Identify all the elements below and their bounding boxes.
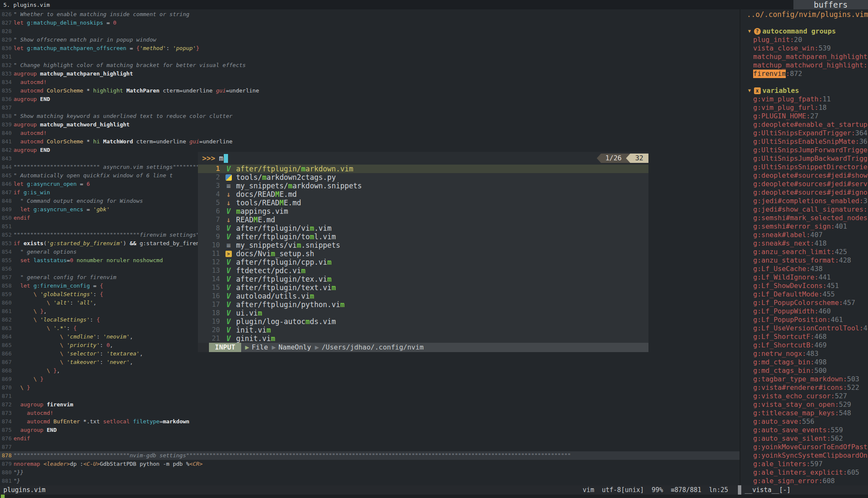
- code-line[interactable]: 829" Show offscreen match pair in popup …: [0, 36, 740, 44]
- code-line[interactable]: 880"}}: [0, 468, 740, 477]
- file-item[interactable]: 20Vinit.vim: [198, 326, 648, 334]
- sidebar-item[interactable]: g:UltiSnipsExpandTrigger:364: [740, 129, 868, 137]
- code-line[interactable]: 827let g:matchup_delim_noskips = 0: [0, 19, 740, 27]
- sidebar-item[interactable]: g:auto_save:556: [740, 417, 868, 426]
- code-line[interactable]: 835 autocmd ColorScheme * highlight Matc…: [0, 87, 740, 95]
- sidebar-item[interactable]: g:jedi#completions_enabled:3: [740, 197, 868, 205]
- sidebar-item[interactable]: g:titlecase_map_keys:548: [740, 409, 868, 417]
- code-line[interactable]: 837: [0, 104, 740, 112]
- sidebar-item[interactable]: g:ale_linters:597: [740, 460, 868, 468]
- sidebar-item[interactable]: g:ale_linters_explicit:605: [740, 468, 868, 477]
- code-line[interactable]: 875 augroup END: [0, 426, 740, 434]
- code-line[interactable]: 869 \ }: [0, 375, 740, 383]
- code-line[interactable]: 881"}: [0, 477, 740, 485]
- sidebar-item[interactable]: g:tagbar_type_markdown:503: [740, 375, 868, 383]
- sidebar-item[interactable]: g:Lf_PopupPosition:461: [740, 316, 868, 324]
- code-line[interactable]: 836augroup END: [0, 95, 740, 104]
- file-item[interactable]: 2tools/markdown2ctags.py: [198, 173, 648, 182]
- file-item[interactable]: 8Vafter/ftplugin/vim.vim: [198, 224, 648, 232]
- collapse-arrow-icon[interactable]: ▼: [748, 27, 751, 36]
- file-item[interactable]: 1Vafter/ftplugin/markdown.vim: [198, 165, 648, 173]
- sidebar-item[interactable]: g:Lf_PopupWidth:460: [740, 307, 868, 316]
- sidebar-item[interactable]: g:semshi#error_sign:401: [740, 222, 868, 231]
- file-item[interactable]: 18Vui.vim: [198, 309, 648, 317]
- sidebar-item[interactable]: g:sneak#label:407: [740, 231, 868, 239]
- code-line[interactable]: 879nnoremap <leader>dp :<C-U>GdbStartPDB…: [0, 460, 740, 468]
- code-line[interactable]: 873 autocmd!: [0, 409, 740, 417]
- sidebar-item[interactable]: g:vista_echo_cursor:527: [740, 392, 868, 400]
- sidebar-item[interactable]: g:vim_plug_fpath:11: [740, 95, 868, 104]
- file-item[interactable]: 4↓docs/README.md: [198, 190, 648, 199]
- sidebar-item[interactable]: g:yoinkMoveCursorToEndOfPast: [740, 443, 868, 451]
- file-item[interactable]: 16Vautoload/utils.vim: [198, 292, 648, 300]
- sidebar-item[interactable]: g:UltiSnipsJumpBackwardTrigg: [740, 154, 868, 163]
- search-input[interactable]: m: [219, 154, 223, 162]
- sidebar-item[interactable]: matchup_matchword_highlight:: [740, 61, 868, 70]
- collapse-arrow-icon[interactable]: ▼: [748, 87, 751, 95]
- code-line[interactable]: 833augroup matchup_matchparen_highlight: [0, 70, 740, 78]
- sidebar-item[interactable]: g:UltiSnipsJumpForwardTrigge: [740, 146, 868, 154]
- sidebar-item[interactable]: g:auto_save_events:559: [740, 426, 868, 434]
- sidebar-item[interactable]: g:netrw_nogx:483: [740, 350, 868, 358]
- sidebar-item[interactable]: g:deoplete#sources#jedi#igno: [740, 188, 868, 197]
- file-item[interactable]: 7↓README.md: [198, 215, 648, 224]
- file-item[interactable]: 12Vafter/ftplugin/cpp.vim: [198, 258, 648, 266]
- sidebar-item[interactable]: g:deoplete#enable_at_startup: [740, 120, 868, 129]
- tab-buffers[interactable]: buffers: [793, 0, 868, 9]
- code-line[interactable]: 830let g:matchup_matchparen_offscreen = …: [0, 44, 740, 53]
- sidebar-item[interactable]: g:Lf_ShortcutB:469: [740, 341, 868, 350]
- file-item[interactable]: 21Vginit.vim: [198, 334, 648, 343]
- sidebar-item[interactable]: g:UltiSnipsSnippetDirectorie: [740, 163, 868, 171]
- file-item[interactable]: 17Vafter/ftplugin/python.vim: [198, 300, 648, 309]
- sidebar-item[interactable]: matchup_matchparen_highlight: [740, 53, 868, 61]
- file-item[interactable]: 6Vmappings.vim: [198, 207, 648, 215]
- code-line[interactable]: 872 augroup firenvim: [0, 400, 740, 409]
- sidebar-item[interactable]: g:Lf_UseVersionControlTool:4: [740, 324, 868, 333]
- tab-current-buffer[interactable]: 5. plugins.vim: [0, 2, 50, 8]
- file-item[interactable]: 13Vftdetect/pdc.vim: [198, 266, 648, 275]
- file-item[interactable]: 14Vafter/ftplugin/tex.vim: [198, 275, 648, 283]
- fuzzy-finder-prompt[interactable]: >>> m 1/26 32: [198, 152, 648, 165]
- code-line[interactable]: 867 \ 'takeover': 'never',: [0, 358, 740, 367]
- code-line[interactable]: 828: [0, 27, 740, 36]
- sidebar-item[interactable]: g:Lf_ShowDevIcons:451: [740, 282, 868, 290]
- file-item[interactable]: 19Vplugin/log-autocmds.vim: [198, 317, 648, 326]
- sidebar-item[interactable]: g:sneak#s_next:418: [740, 239, 868, 248]
- code-line[interactable]: 838" Show matching keyword as underlined…: [0, 112, 740, 120]
- file-item[interactable]: 15Vafter/ftplugin/text.vim: [198, 283, 648, 292]
- sidebar-item[interactable]: vista_close_win:539: [740, 44, 868, 53]
- code-line[interactable]: 871: [0, 392, 740, 400]
- sidebar-item[interactable]: g:anzu_status_format:428: [740, 256, 868, 265]
- sidebar-item[interactable]: g:Lf_PopupColorscheme:457: [740, 299, 868, 307]
- sidebar-item[interactable]: g:anzu_search_limit:425: [740, 248, 868, 256]
- sidebar-item[interactable]: g:Lf_ShortcutF:468: [740, 333, 868, 341]
- file-item[interactable]: 10≡my_snippets/vim.snippets: [198, 241, 648, 249]
- sidebar-item[interactable]: g:semshi#mark_selected_nodes: [740, 214, 868, 222]
- code-line[interactable]: 870 \ }: [0, 383, 740, 392]
- code-line[interactable]: 831: [0, 53, 740, 61]
- sidebar-item[interactable]: g:vista#renderer#icons:522: [740, 383, 868, 392]
- file-item[interactable]: 5↓tools/README.md: [198, 199, 648, 207]
- sidebar-item[interactable]: g:UltiSnipsEnableSnipMate:36: [740, 137, 868, 146]
- sidebar-item[interactable]: g:deoplete#sources#jedi#serv: [740, 180, 868, 188]
- code-line[interactable]: 840 autocmd!: [0, 129, 740, 137]
- sidebar-item[interactable]: g:deoplete#sources#jedi#show: [740, 171, 868, 180]
- code-line[interactable]: 868 \ },: [0, 367, 740, 375]
- sidebar-item[interactable]: g:auto_save_silent:562: [740, 434, 868, 443]
- sidebar-item[interactable]: g:md_ctags_bin:500: [740, 367, 868, 375]
- sidebar-item[interactable]: g:Lf_DefaultMode:455: [740, 290, 868, 299]
- sidebar-item[interactable]: g:md_ctags_bin:498: [740, 358, 868, 367]
- sidebar-item[interactable]: g:ale_sign_error:608: [740, 477, 868, 485]
- code-line[interactable]: 826" Whether to enable matching inside c…: [0, 10, 740, 19]
- code-line[interactable]: 877: [0, 443, 740, 451]
- sidebar-section-header[interactable]: ▼xvariables: [740, 87, 868, 95]
- sidebar-item[interactable]: g:Lf_WildIgnore:441: [740, 273, 868, 282]
- code-line[interactable]: 832" Change highlight color of matching …: [0, 61, 740, 70]
- file-item[interactable]: 3≡my_snippets/markdown.snippets: [198, 182, 648, 190]
- sidebar-item[interactable]: g:jedi#show_call_signatures:: [740, 205, 868, 214]
- file-item[interactable]: 9Vafter/ftplugin/toml.vim: [198, 232, 648, 241]
- sidebar-item[interactable]: plug_init:20: [740, 36, 868, 44]
- code-line[interactable]: 839augroup matchup_matchword_highlight: [0, 120, 740, 129]
- code-line[interactable]: 834 autocmd!: [0, 78, 740, 87]
- sidebar-item[interactable]: g:vista_stay_on_open:529: [740, 400, 868, 409]
